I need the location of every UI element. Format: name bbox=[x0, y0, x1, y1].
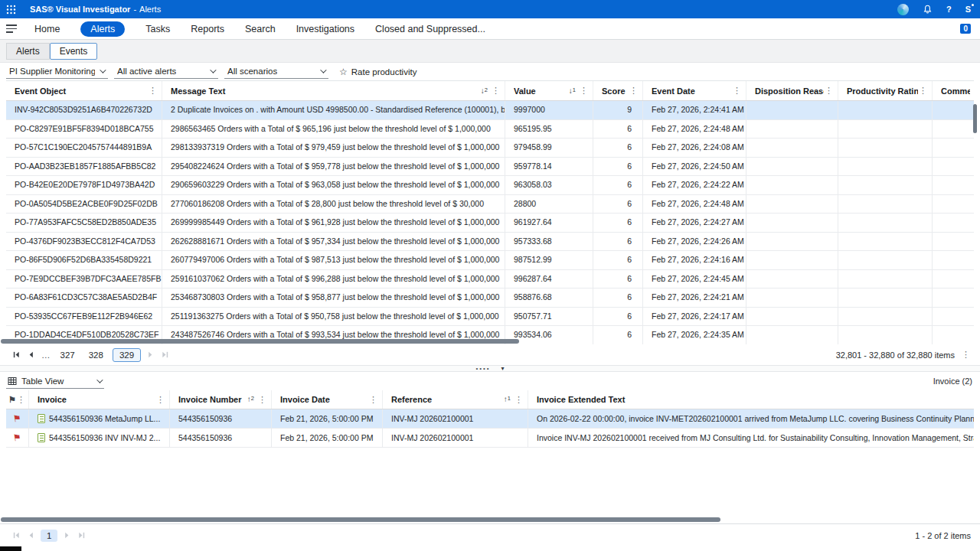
column-header-invoice-date[interactable]: Invoice Date ⋮ bbox=[272, 390, 383, 409]
vertical-scrollbar-thumb[interactable] bbox=[973, 104, 977, 133]
column-header-reference[interactable]: Reference ↑1 ⋮ bbox=[383, 390, 528, 409]
event-row[interactable]: PO-57C1C190EC2045757444891B9A 2981339373… bbox=[6, 139, 974, 158]
previous-page-button[interactable] bbox=[24, 530, 38, 541]
nav-item-investigations[interactable]: Investigations bbox=[296, 24, 354, 34]
page-button-327[interactable]: 327 bbox=[56, 349, 80, 361]
cell-event-date: Feb 27, 2026, 2:24:08 AM bbox=[643, 139, 746, 157]
scenarios-filter-select[interactable]: All scenarios bbox=[224, 64, 328, 79]
column-header-disposition-reason[interactable]: Disposition Reason ⋮ bbox=[746, 81, 838, 100]
event-row[interactable]: INV-942C8053D9251A6B470226732D 2 Duplica… bbox=[6, 101, 974, 120]
nav-item-home[interactable]: Home bbox=[34, 24, 60, 34]
first-page-button[interactable] bbox=[9, 530, 24, 541]
column-menu-icon[interactable]: ⋮ bbox=[579, 86, 589, 96]
app-bar-actions: ? S bbox=[897, 4, 971, 15]
event-row[interactable]: PO-86F5D906F52D6BA335458D9221 2607794970… bbox=[6, 251, 974, 270]
first-page-button[interactable] bbox=[9, 349, 24, 360]
splitter-drag-handle[interactable]: •••• bbox=[475, 367, 490, 371]
view-selector[interactable]: Table View bbox=[6, 373, 104, 389]
column-menu-icon[interactable]: ⋮ bbox=[368, 395, 378, 405]
last-page-button[interactable] bbox=[158, 349, 172, 360]
column-menu-icon[interactable]: ⋮ bbox=[155, 395, 165, 405]
page-button-329-current[interactable]: 329 bbox=[113, 348, 141, 362]
nav-item-search[interactable]: Search bbox=[245, 24, 276, 34]
column-menu-icon[interactable]: ⋮ bbox=[629, 86, 639, 96]
tab-events[interactable]: Events bbox=[50, 43, 98, 60]
column-header-flag[interactable]: ⚑ ⋮ bbox=[6, 390, 29, 409]
event-row[interactable]: PO-7E9DCCBEF39B7DFC3AAEE785FB 2591610370… bbox=[6, 270, 974, 289]
pagination-menu-icon[interactable]: ⋮ bbox=[961, 350, 971, 360]
column-header-event-date[interactable]: Event Date ⋮ bbox=[643, 81, 746, 100]
horizontal-scrollbar-thumb[interactable] bbox=[1, 517, 720, 522]
nav-item-closed-suppressed[interactable]: Closed and Suppressed... bbox=[375, 24, 485, 34]
nav-item-reports[interactable]: Reports bbox=[191, 24, 224, 34]
column-header-invoice[interactable]: Invoice ⋮ bbox=[29, 390, 170, 409]
nav-item-tasks[interactable]: Tasks bbox=[145, 24, 170, 34]
alerts-filter-value: All active alerts bbox=[117, 67, 176, 76]
invoice-row[interactable]: ⚑ 544356150936 MetaJump LL... 5443561509… bbox=[6, 409, 974, 429]
previous-page-button[interactable] bbox=[24, 349, 38, 360]
event-row[interactable]: PO-4376DF9023B3ECC812F4CA7D53 2626288816… bbox=[6, 233, 974, 252]
flag-icon: ⚑ bbox=[8, 396, 16, 404]
next-page-button[interactable] bbox=[143, 349, 158, 360]
horizontal-scrollbar-thumb[interactable] bbox=[1, 339, 519, 344]
alerts-filter-select[interactable]: All active alerts bbox=[114, 64, 218, 79]
column-header-invoice-number[interactable]: Invoice Number ↑2 ⋮ bbox=[170, 390, 272, 409]
column-header-invoice-extended-text[interactable]: Invoice Extended Text bbox=[528, 390, 974, 409]
column-menu-icon[interactable]: ⋮ bbox=[918, 86, 928, 96]
column-menu-icon[interactable]: ⋮ bbox=[148, 86, 158, 96]
sort-descending-icon: ↓2 bbox=[481, 86, 488, 96]
column-header-comments[interactable]: Comme bbox=[933, 81, 974, 100]
cell-value: 950757.71 bbox=[505, 308, 593, 326]
app-page-name: Alerts bbox=[139, 5, 161, 14]
column-menu-icon[interactable]: ⋮ bbox=[491, 86, 501, 96]
rate-productivity-button[interactable]: ☆ Rate productivity bbox=[339, 67, 416, 77]
splitter-collapse-icon[interactable]: ▾ bbox=[501, 367, 505, 371]
event-row[interactable]: PO-53935CC67FEB9E112F2B946E62 2511913632… bbox=[6, 308, 974, 327]
alerts-events-tabstrip: Alerts Events bbox=[0, 40, 980, 63]
sort-descending-icon: ↓1 bbox=[569, 86, 576, 96]
notification-count-badge[interactable]: 0 bbox=[960, 24, 971, 34]
event-row[interactable]: PO-77A953FAFC5C58ED2B850ADE35 2699999854… bbox=[6, 214, 974, 233]
column-header-value[interactable]: Value ↓1 ⋮ bbox=[505, 81, 593, 100]
column-header-productivity-rating[interactable]: Productivity Rating ⋮ bbox=[838, 81, 933, 100]
app-grid-icon[interactable] bbox=[6, 5, 16, 15]
cell-productivity-rating bbox=[838, 195, 933, 214]
event-row[interactable]: PO-0A5054D5BE2ACBE0F9D25F02DB 2770601862… bbox=[6, 195, 974, 214]
event-row[interactable]: PO-AAD3B23EB1857F1885AFBB5C82 2954082246… bbox=[6, 158, 974, 177]
page-button-1-current[interactable]: 1 bbox=[41, 530, 57, 542]
cell-flag[interactable]: ⚑ bbox=[6, 429, 29, 447]
page-button-328[interactable]: 328 bbox=[84, 349, 108, 361]
column-header-score[interactable]: Score ⋮ bbox=[593, 81, 643, 100]
category-select-value: PI Supplier Monitoring bbox=[9, 67, 95, 76]
cell-comments bbox=[933, 158, 974, 176]
cell-score: 6 bbox=[593, 176, 643, 194]
user-avatar[interactable]: S bbox=[965, 5, 971, 14]
column-menu-icon[interactable]: ⋮ bbox=[732, 86, 742, 96]
invoice-table-body: ⚑ 544356150936 MetaJump LL... 5443561509… bbox=[6, 409, 974, 448]
column-header-message-text[interactable]: Message Text ↓2 ⋮ bbox=[162, 81, 505, 100]
category-select[interactable]: PI Supplier Monitoring bbox=[6, 64, 108, 79]
cell-reference: INV-MJ 202602100001 bbox=[383, 429, 528, 447]
event-row[interactable]: PO-C8297E91BF5F8394D018BCA755 2986563465… bbox=[6, 120, 974, 139]
cell-score: 6 bbox=[593, 326, 643, 344]
event-row[interactable]: PO-B42E0E20DE7978F1D4973BA42D 2906596032… bbox=[6, 176, 974, 195]
cell-score: 6 bbox=[593, 158, 643, 176]
nav-item-alerts[interactable]: Alerts bbox=[80, 21, 125, 37]
column-menu-icon[interactable]: ⋮ bbox=[514, 395, 524, 405]
cell-disposition-reason bbox=[746, 214, 838, 232]
assistant-orb-icon[interactable] bbox=[897, 4, 909, 15]
invoice-row[interactable]: ⚑ 544356150936 INV INV-MJ 2... 544356150… bbox=[6, 429, 974, 448]
next-page-button[interactable] bbox=[60, 530, 74, 541]
column-menu-icon[interactable]: ⋮ bbox=[16, 395, 26, 405]
tab-alerts[interactable]: Alerts bbox=[6, 43, 50, 60]
column-menu-icon[interactable]: ⋮ bbox=[824, 86, 834, 96]
column-header-event-object[interactable]: Event Object ⋮ bbox=[6, 81, 162, 100]
last-page-button[interactable] bbox=[74, 530, 89, 541]
event-row[interactable]: PO-6A83F61CD3C57C38AE5A5D2B4F 2534687308… bbox=[6, 289, 974, 308]
notifications-bell-icon[interactable] bbox=[923, 5, 933, 15]
menu-toggle-icon[interactable] bbox=[6, 24, 18, 33]
cell-flag[interactable]: ⚑ bbox=[6, 409, 29, 428]
cell-value: 963058.03 bbox=[505, 176, 593, 194]
column-menu-icon[interactable]: ⋮ bbox=[257, 395, 267, 405]
help-icon[interactable]: ? bbox=[946, 5, 952, 14]
